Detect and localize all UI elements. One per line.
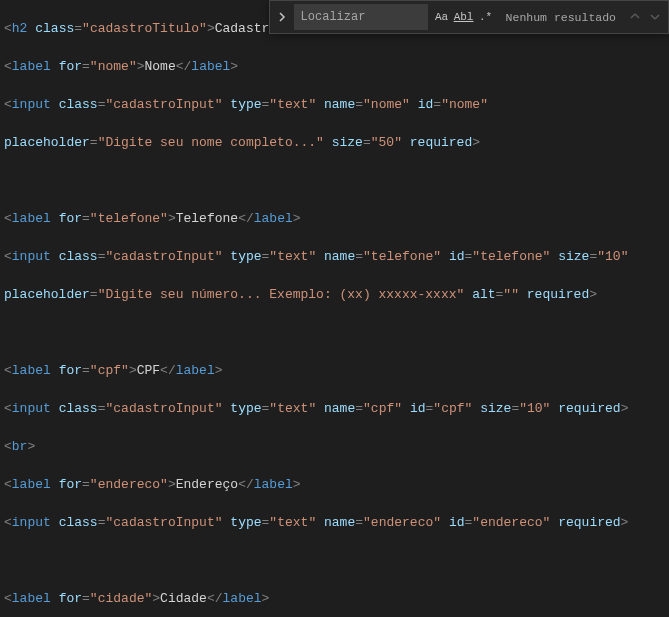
find-input[interactable]: [294, 4, 428, 30]
code-line: <label for="endereco">Endereço</label>: [4, 475, 669, 494]
find-bar: Aa Abl .* Nenhum resultado: [269, 0, 669, 34]
code-line: <label for="cpf">CPF</label>: [4, 361, 669, 380]
find-match-case-icon[interactable]: Aa: [432, 7, 452, 27]
code-blank-line: [4, 171, 669, 190]
find-prev-icon[interactable]: [626, 8, 644, 26]
find-result-text: Nenhum resultado: [500, 8, 622, 27]
code-line: <label for="telefone">Telefone</label>: [4, 209, 669, 228]
code-line: <input class="cadastroInput" type="text"…: [4, 399, 669, 418]
code-blank-line: [4, 323, 669, 342]
code-line: placeholder="Digite seu número... Exempl…: [4, 285, 669, 304]
find-next-icon[interactable]: [646, 8, 664, 26]
code-line: <input class="cadastroInput" type="text"…: [4, 95, 669, 114]
code-line: <input class="cadastroInput" type="text"…: [4, 247, 669, 266]
code-line: <input class="cadastroInput" type="text"…: [4, 513, 669, 532]
code-line: <br>: [4, 437, 669, 456]
find-whole-word-icon[interactable]: Abl: [454, 7, 474, 27]
find-expand-chevron-icon[interactable]: [274, 1, 290, 33]
code-line: <label for="nome">Nome</label>: [4, 57, 669, 76]
code-editor[interactable]: <h2 class="cadastroTitulo">Cadastro De F…: [0, 0, 669, 617]
code-line: <label for="cidade">Cidade</label>: [4, 589, 669, 608]
code-line: placeholder="Digite seu nome completo...…: [4, 133, 669, 152]
find-regex-icon[interactable]: .*: [476, 7, 496, 27]
code-blank-line: [4, 551, 669, 570]
